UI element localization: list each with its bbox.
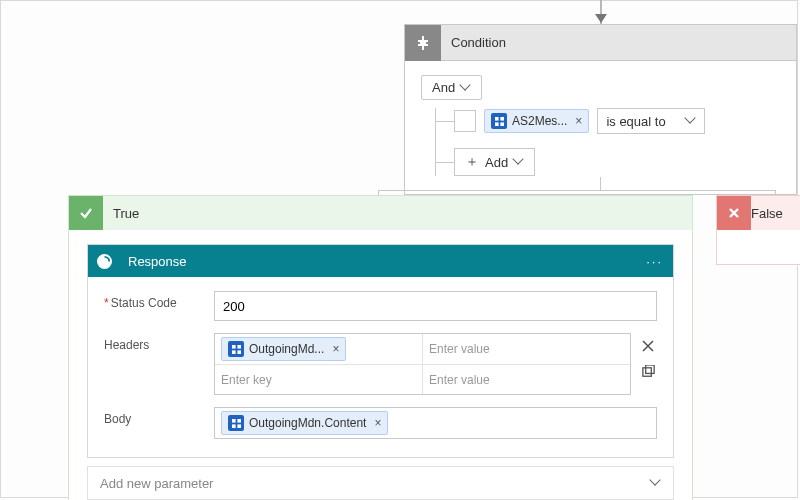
delete-row-icon[interactable] [639, 337, 657, 355]
chevron-down-icon [651, 478, 661, 488]
status-code-input[interactable] [214, 291, 657, 321]
flow-arrow-down-icon [600, 0, 602, 24]
condition-title: Condition [451, 35, 506, 50]
svg-rect-8 [642, 367, 650, 375]
response-icon [88, 245, 120, 277]
token-icon [228, 341, 244, 357]
token-remove-icon[interactable]: × [332, 342, 339, 356]
headers-row: OutgoingMd... × Enter value [215, 334, 630, 364]
plus-icon: ＋ [465, 153, 479, 171]
add-condition-button[interactable]: ＋ Add [454, 148, 535, 176]
svg-rect-0 [495, 117, 499, 121]
body-label: Body [104, 407, 214, 426]
svg-rect-7 [237, 350, 241, 354]
token-icon [491, 113, 507, 129]
headers-label: Headers [104, 333, 214, 352]
header-value-cell[interactable]: Enter value [422, 365, 630, 394]
condition-icon [405, 25, 441, 61]
chevron-down-icon [514, 157, 524, 167]
svg-rect-2 [495, 122, 499, 126]
response-card: Response ··· *Status Code Headers [87, 244, 674, 458]
svg-rect-1 [500, 117, 504, 121]
condition-card: Condition And AS2Mes... × is equal to [404, 24, 797, 195]
headers-row: Enter key Enter value [215, 364, 630, 394]
svg-rect-12 [232, 424, 236, 428]
body-input[interactable]: OutgoingMdn.Content × [214, 407, 657, 439]
more-menu-icon[interactable]: ··· [646, 254, 663, 269]
chevron-down-icon [686, 116, 696, 126]
logic-operator-label: And [432, 80, 455, 95]
bulk-edit-icon[interactable] [639, 363, 657, 381]
true-branch-label: True [113, 206, 139, 221]
token-remove-icon[interactable]: × [575, 114, 582, 128]
true-branch-card: True Response ··· *Status Code Headers [68, 195, 693, 500]
header-key-cell[interactable]: OutgoingMd... × [215, 334, 422, 364]
header-value-cell[interactable]: Enter value [422, 334, 630, 364]
logic-operator-dropdown[interactable]: And [421, 75, 482, 100]
svg-rect-9 [645, 365, 653, 373]
comparator-dropdown[interactable]: is equal to [597, 108, 705, 134]
add-condition-label: Add [485, 155, 508, 170]
comparator-label: is equal to [606, 114, 665, 129]
svg-rect-13 [237, 424, 241, 428]
add-parameter-label: Add new parameter [100, 476, 213, 491]
add-parameter-dropdown[interactable]: Add new parameter [87, 466, 674, 500]
header-key-cell[interactable]: Enter key [215, 365, 422, 394]
svg-rect-5 [237, 345, 241, 349]
check-icon [69, 196, 103, 230]
rule-operand-token[interactable]: AS2Mes... × [484, 109, 589, 133]
response-title: Response [128, 254, 646, 269]
chevron-down-icon [461, 83, 471, 93]
false-branch-card: False [716, 195, 800, 265]
condition-rule-row: AS2Mes... × is equal to [454, 108, 780, 134]
rule-operand-label: AS2Mes... [512, 114, 567, 128]
true-branch-header[interactable]: True [69, 196, 692, 230]
false-branch-header[interactable]: False [717, 196, 800, 230]
response-header[interactable]: Response ··· [88, 245, 673, 277]
svg-rect-11 [237, 419, 241, 423]
token-remove-icon[interactable]: × [374, 416, 381, 430]
body-token[interactable]: OutgoingMdn.Content × [221, 411, 388, 435]
x-icon [717, 196, 751, 230]
token-icon [228, 415, 244, 431]
svg-rect-6 [232, 350, 236, 354]
status-code-label: *Status Code [104, 291, 214, 310]
condition-header[interactable]: Condition [405, 25, 796, 61]
header-key-token[interactable]: OutgoingMd... × [221, 337, 346, 361]
headers-table: OutgoingMd... × Enter value Enter key En… [214, 333, 631, 395]
svg-rect-4 [232, 345, 236, 349]
false-branch-label: False [751, 206, 783, 221]
svg-rect-10 [232, 419, 236, 423]
svg-rect-3 [500, 122, 504, 126]
rule-checkbox[interactable] [454, 110, 476, 132]
